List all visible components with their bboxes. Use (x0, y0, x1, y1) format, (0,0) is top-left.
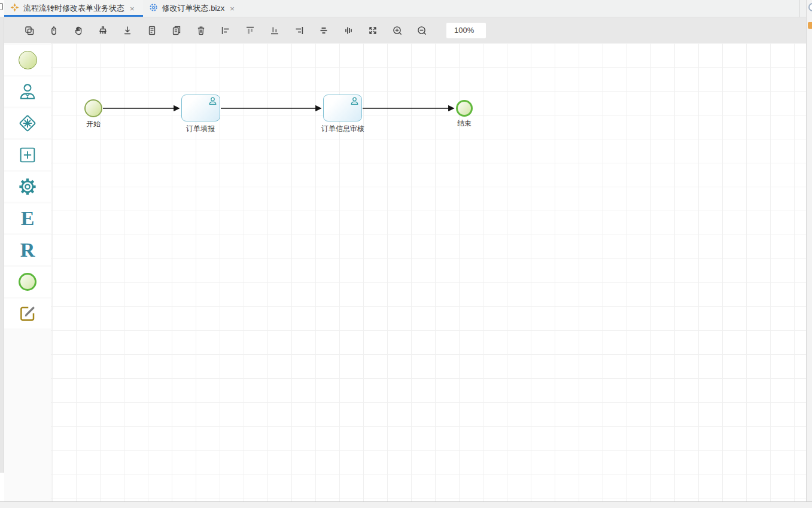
partial-document-icon (0, 3, 3, 10)
distribute-vertical-icon (343, 25, 354, 36)
diagram-canvas[interactable]: 开始 订单填报 (51, 43, 806, 501)
gateway-icon (16, 112, 39, 135)
document-button[interactable] (147, 25, 157, 36)
left-sliver-tab-row (0, 0, 4, 17)
clone-icon (24, 25, 35, 36)
tab-close-icon[interactable]: × (129, 4, 136, 13)
tab-close-icon[interactable]: × (229, 4, 236, 13)
subprocess-icon (17, 145, 38, 165)
align-top-icon (245, 25, 256, 36)
palette-item-gateway[interactable] (4, 108, 51, 138)
hand-pan-icon (73, 25, 84, 36)
align-center-horizontal-icon (318, 25, 329, 36)
toolbar (4, 17, 806, 43)
align-center-horizontal-button[interactable] (318, 25, 329, 36)
rule-letter-icon: R (20, 240, 35, 260)
align-right-icon (294, 25, 305, 36)
palette-item-entity[interactable]: E (4, 203, 51, 233)
sequence-flows[interactable] (51, 43, 806, 501)
zoom-in-button[interactable] (392, 25, 403, 36)
end-event-node[interactable] (456, 100, 473, 117)
delete-button[interactable] (196, 25, 206, 36)
mouse-select-icon (48, 25, 59, 36)
tab-label: 流程流转时修改表单业务状态 (23, 3, 124, 14)
mouse-select-button[interactable] (48, 25, 59, 36)
user-badge-icon (208, 96, 218, 108)
hand-pan-button[interactable] (73, 25, 84, 36)
tab-modify-order-status[interactable]: 修改订单状态.bizx × (143, 0, 243, 17)
copy-document-button[interactable] (171, 25, 182, 36)
tab-process-status[interactable]: 流程流转时修改表单业务状态 × (4, 0, 143, 17)
download-icon (122, 25, 133, 36)
palette-item-subprocess[interactable] (4, 140, 51, 170)
left-panel-sliver (0, 0, 4, 501)
palette-item-annotation[interactable] (4, 299, 51, 328)
tab-bar: 流程流转时修改表单业务状态 × 修改订单状态.bizx × (4, 0, 806, 17)
align-left-button[interactable] (220, 25, 231, 36)
start-event-label: 开始 (75, 119, 111, 129)
clone-button[interactable] (24, 25, 35, 36)
distribute-vertical-button[interactable] (343, 25, 354, 36)
palette-item-user-task[interactable] (4, 77, 51, 107)
tabbar-right-divider (799, 0, 800, 17)
end-event-icon (19, 273, 37, 291)
editor-body: E R (4, 43, 806, 501)
zoom-out-icon (416, 25, 427, 36)
flow-crosshair-icon (10, 3, 19, 14)
status-bar (0, 501, 812, 508)
trash-icon (196, 25, 206, 36)
user-task-node-2[interactable] (323, 95, 362, 121)
right-panel-sliver (806, 0, 812, 501)
entity-letter-icon: E (21, 208, 35, 229)
zoom-out-button[interactable] (416, 25, 427, 36)
user-task-label-2: 订单信息审核 (307, 124, 379, 134)
palette-item-start-event[interactable] (4, 45, 51, 75)
user-task-icon (17, 81, 38, 102)
fit-screen-button[interactable] (367, 25, 378, 36)
align-bottom-button[interactable] (269, 25, 280, 36)
zoom-in-icon (392, 25, 403, 36)
palette-item-rule[interactable]: R (4, 235, 51, 265)
node-palette: E R (4, 43, 51, 501)
start-event-node[interactable] (84, 99, 102, 117)
user-task-label-1: 订单填报 (171, 124, 230, 134)
user-task-node-1[interactable] (181, 95, 220, 121)
brush-clean-button[interactable] (98, 25, 108, 36)
align-top-button[interactable] (245, 25, 256, 36)
brush-clean-icon (98, 25, 108, 36)
user-badge-icon (349, 96, 360, 108)
palette-item-end-event[interactable] (4, 267, 51, 297)
align-bottom-icon (269, 25, 280, 36)
palette-item-service-task[interactable] (4, 172, 51, 202)
tab-label: 修改订单状态.bizx (162, 3, 225, 14)
fit-screen-icon (367, 25, 378, 36)
download-button[interactable] (122, 25, 133, 36)
partial-orange-icon (808, 22, 812, 29)
start-event-icon (19, 51, 37, 69)
service-task-gear-icon (17, 177, 38, 197)
align-right-button[interactable] (294, 25, 305, 36)
gear-ring-icon (149, 3, 158, 14)
document-icon (147, 25, 157, 36)
copy-document-icon (171, 25, 182, 36)
zoom-level-input[interactable] (446, 23, 486, 38)
end-event-label: 结束 (446, 118, 482, 129)
left-sliver-body (0, 17, 4, 473)
process-designer-app: 流程流转时修改表单业务状态 × 修改订单状态.bizx × (0, 0, 812, 508)
align-left-icon (220, 25, 231, 36)
main-column: 流程流转时修改表单业务状态 × 修改订单状态.bizx × (4, 0, 806, 501)
annotation-edit-icon (19, 305, 37, 323)
partial-circle-icon (808, 3, 812, 11)
